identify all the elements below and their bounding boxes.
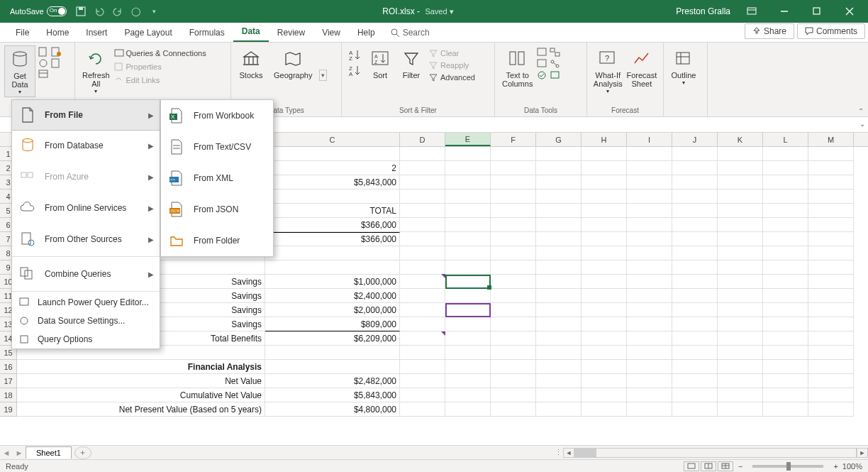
hscroll-left[interactable]: ◄	[563, 448, 574, 458]
cell-M4[interactable]	[808, 190, 854, 204]
cell-I5[interactable]	[627, 204, 672, 218]
cell-D9[interactable]	[400, 260, 445, 275]
cell-L5[interactable]	[763, 204, 808, 218]
cell-G6[interactable]	[536, 218, 582, 232]
cell-D13[interactable]	[400, 317, 445, 331]
cell-K12[interactable]	[718, 303, 763, 317]
new-sheet-button[interactable]: ＋	[74, 446, 91, 459]
cell-K11[interactable]	[718, 289, 763, 303]
user-name[interactable]: Preston Gralla	[676, 6, 730, 16]
cell-C8[interactable]	[265, 246, 400, 260]
tell-me-search[interactable]: Search	[384, 23, 437, 42]
cell-J12[interactable]	[672, 303, 718, 317]
horizontal-scrollbar[interactable]: ◄ ►	[563, 448, 868, 458]
column-header-C[interactable]: C	[265, 133, 400, 146]
cell-F1[interactable]	[491, 147, 536, 161]
cell-K16[interactable]	[718, 360, 763, 374]
tab-help[interactable]: Help	[349, 23, 384, 42]
cell-E9[interactable]	[445, 260, 491, 275]
cell-E11[interactable]	[445, 289, 491, 303]
cell-G19[interactable]	[536, 402, 582, 417]
cell-K19[interactable]	[718, 402, 763, 417]
cell-L16[interactable]	[763, 360, 808, 374]
cell-I10[interactable]	[627, 275, 672, 289]
cell-E7[interactable]	[445, 232, 491, 246]
cell-C6[interactable]: $366,000	[265, 218, 400, 232]
cell-H10[interactable]	[582, 275, 627, 289]
cell-C3[interactable]: $5,843,000	[265, 175, 400, 190]
cell-J2[interactable]	[672, 161, 718, 175]
cell-I7[interactable]	[627, 232, 672, 246]
cell-E8[interactable]	[445, 246, 491, 260]
zoom-in-button[interactable]: +	[833, 462, 838, 471]
cell-J3[interactable]	[672, 175, 718, 190]
cell-H4[interactable]	[582, 190, 627, 204]
cell-J13[interactable]	[672, 317, 718, 331]
cell-L14[interactable]	[763, 331, 808, 346]
sort-asc-button[interactable]: AZ	[347, 48, 362, 61]
cell-E14[interactable]	[445, 331, 491, 346]
cell-K4[interactable]	[718, 190, 763, 204]
hscroll-right[interactable]: ►	[857, 448, 868, 458]
cell-L1[interactable]	[763, 147, 808, 161]
cell-I13[interactable]	[627, 317, 672, 331]
cell-F12[interactable]	[491, 303, 536, 317]
cell-E10[interactable]	[445, 275, 491, 289]
recent-sources-small-icon[interactable]	[51, 47, 62, 57]
column-header-J[interactable]: J	[672, 133, 718, 146]
cell-I2[interactable]	[627, 161, 672, 175]
cell-M3[interactable]	[808, 175, 854, 190]
cell-G5[interactable]	[536, 204, 582, 218]
cell-F2[interactable]	[491, 161, 536, 175]
cell-I1[interactable]	[627, 147, 672, 161]
cell-G9[interactable]	[536, 260, 582, 275]
from-text-small-icon[interactable]	[38, 47, 50, 57]
cell-C15[interactable]	[265, 346, 400, 360]
cell-L18[interactable]	[763, 388, 808, 402]
relationships-icon[interactable]	[550, 59, 561, 69]
sheet-split-handle[interactable]: ⋮	[553, 448, 563, 457]
cell-J4[interactable]	[672, 190, 718, 204]
cell-H3[interactable]	[582, 175, 627, 190]
remove-dup-icon[interactable]	[537, 59, 548, 69]
flash-fill-icon[interactable]	[537, 48, 548, 57]
cell-K13[interactable]	[718, 317, 763, 331]
menu-from-file[interactable]: From File ▶	[11, 99, 160, 131]
cell-E2[interactable]	[445, 161, 491, 175]
submenu-from-workbook[interactable]: X From Workbook	[161, 100, 273, 131]
cell-H14[interactable]	[582, 331, 627, 346]
cell-D3[interactable]	[400, 175, 445, 190]
cell-K3[interactable]	[718, 175, 763, 190]
cell-I17[interactable]	[627, 374, 672, 388]
cell-C10[interactable]: $1,000,000	[265, 275, 400, 289]
tab-insert[interactable]: Insert	[77, 23, 116, 42]
cell-D8[interactable]	[400, 246, 445, 260]
cell-C5[interactable]: TOTAL	[265, 204, 400, 218]
cell-H8[interactable]	[582, 246, 627, 260]
cell-I19[interactable]	[627, 402, 672, 417]
cell-C14[interactable]: $6,209,000	[265, 331, 400, 346]
cell-L10[interactable]	[763, 275, 808, 289]
cell-H19[interactable]	[582, 402, 627, 417]
sheet-tab-sheet1[interactable]: Sheet1	[26, 446, 72, 459]
cell-D7[interactable]	[400, 232, 445, 246]
cell-I4[interactable]	[627, 190, 672, 204]
cell-G17[interactable]	[536, 374, 582, 388]
cell-E6[interactable]	[445, 218, 491, 232]
cell-C11[interactable]: $2,400,000	[265, 289, 400, 303]
cell-E18[interactable]	[445, 388, 491, 402]
close-button[interactable]	[835, 1, 864, 22]
cell-K7[interactable]	[718, 232, 763, 246]
cell-H17[interactable]	[582, 374, 627, 388]
zoom-slider[interactable]	[752, 465, 823, 468]
cell-B16[interactable]: Financial Analysis	[17, 360, 265, 374]
sort-desc-button[interactable]: ZA	[347, 64, 362, 77]
cell-E17[interactable]	[445, 374, 491, 388]
cell-L2[interactable]	[763, 161, 808, 175]
cell-G11[interactable]	[536, 289, 582, 303]
cell-M17[interactable]	[808, 374, 854, 388]
geography-button[interactable]: Geography	[271, 45, 315, 81]
cell-I15[interactable]	[627, 346, 672, 360]
cell-I16[interactable]	[627, 360, 672, 374]
row-header-18[interactable]: 18	[0, 388, 17, 402]
